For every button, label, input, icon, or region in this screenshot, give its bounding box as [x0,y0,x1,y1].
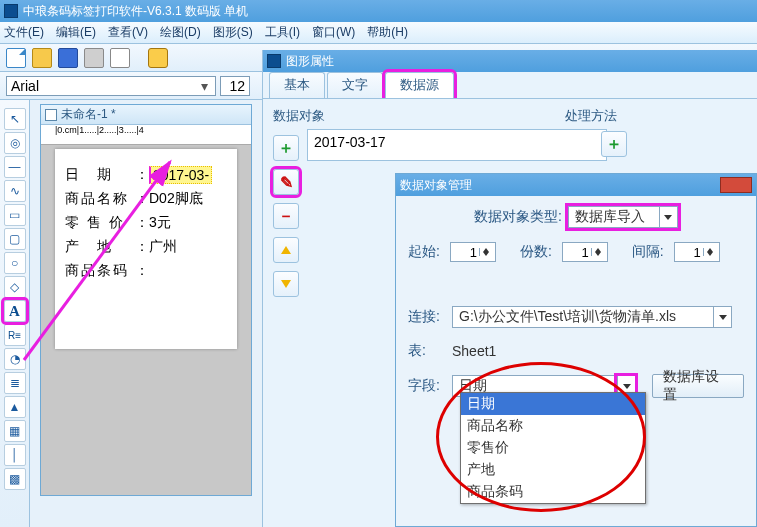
new-file-icon[interactable] [6,48,26,68]
app-icon [4,4,18,18]
add-data-object-button[interactable]: ＋ [273,135,299,161]
field-barcode-label: 商品条码 [65,262,135,280]
type-value: 数据库导入 [569,208,659,226]
app-titlebar: 中琅条码标签打印软件-V6.3.1 数码版 单机 [0,0,757,22]
data-object-item[interactable]: 2017-03-17 [314,134,386,150]
menu-tool[interactable]: 工具(I) [265,24,300,41]
chevron-down-icon: ▾ [197,77,211,95]
document-title: 未命名-1 * [61,106,116,123]
start-spinner[interactable] [450,242,496,262]
remove-data-object-button[interactable]: － [273,203,299,229]
connection-combo[interactable]: G:\办公文件\Test\培训\货物清单.xls [452,306,732,328]
text-tool-icon[interactable]: A [4,300,26,322]
app-title: 中琅条码标签打印软件-V6.3.1 数码版 单机 [23,3,248,20]
menubar: 文件(E) 编辑(E) 查看(V) 绘图(D) 图形(S) 工具(I) 窗口(W… [0,22,757,44]
menu-window[interactable]: 窗口(W) [312,24,355,41]
data-object-list[interactable]: 2017-03-17 [307,129,607,161]
data-object-dialog: 数据对象管理 数据对象类型: 数据库导入 起始: 份数: 间隔: 连接: G:\… [395,173,757,527]
gap-label: 间隔: [632,243,664,261]
menu-draw[interactable]: 绘图(D) [160,24,201,41]
field-option[interactable]: 零售价 [461,437,645,459]
spin-down-icon[interactable] [704,252,717,256]
vline-tool-icon[interactable]: │ [4,444,26,466]
db-settings-button[interactable]: 数据库设置 [652,374,744,398]
start-label: 起始: [408,243,440,261]
field-option[interactable]: 产地 [461,459,645,481]
field-date-value[interactable]: 2017-03- [149,166,212,184]
spin-down-icon[interactable] [480,252,493,256]
graph-properties-tabs: 基本 文字 数据源 [263,72,757,98]
field-label: 字段: [408,377,446,395]
clock-tool-icon[interactable]: ◔ [4,348,26,370]
graph-properties-title: 图形属性 [286,53,334,70]
spin-down-icon[interactable] [592,252,605,256]
pointer-tool-icon[interactable]: ↖ [4,108,26,130]
field-name-label: 商品名称 [65,190,135,208]
tab-datasource[interactable]: 数据源 [385,72,454,98]
save-icon[interactable] [58,48,78,68]
edit-data-object-button[interactable]: ✎ [273,169,299,195]
line-tool-icon[interactable]: — [4,156,26,178]
document-icon [45,109,57,121]
field-price-label: 零 售 价 [65,214,135,232]
field-origin-value: 广州 [149,238,177,256]
grid-tool-icon[interactable]: ▦ [4,420,26,442]
start-input[interactable] [451,244,479,261]
type-label: 数据对象类型: [474,208,562,226]
font-family-value: Arial [11,78,39,94]
graph-properties-titlebar[interactable]: 图形属性 [263,50,757,72]
menu-file[interactable]: 文件(E) [4,24,44,41]
process-method-buttons: ＋ [601,107,627,157]
type-combo[interactable]: 数据库导入 [568,206,678,228]
tab-text[interactable]: 文字 [327,72,383,98]
close-icon[interactable] [720,177,752,193]
label-canvas[interactable]: 日 期：2017-03- 商品名称：D02脚底 零 售 价：3元 产 地：广州 … [55,149,237,349]
menu-edit[interactable]: 编辑(E) [56,24,96,41]
field-option[interactable]: 日期 [461,393,645,415]
menu-graph[interactable]: 图形(S) [213,24,253,41]
round-rect-tool-icon[interactable]: ▢ [4,228,26,250]
richtext-tool-icon[interactable]: R≡ [4,324,26,346]
circle-tool-icon[interactable]: ○ [4,252,26,274]
menu-help[interactable]: 帮助(H) [367,24,408,41]
database-icon[interactable] [148,48,168,68]
tab-basic[interactable]: 基本 [269,72,325,98]
polygon-tool-icon[interactable]: ◇ [4,276,26,298]
gap-spinner[interactable] [674,242,720,262]
move-down-button[interactable] [273,271,299,297]
menu-view[interactable]: 查看(V) [108,24,148,41]
document-window: 未命名-1 * |0.cm|1.....|2.....|3.....|4 日 期… [40,104,252,496]
copies-input[interactable] [563,244,591,261]
move-up-button[interactable] [273,237,299,263]
open-file-icon[interactable] [32,48,52,68]
field-option[interactable]: 商品名称 [461,415,645,437]
field-date-label: 日 期 [65,166,135,184]
field-price-value: 3元 [149,214,171,232]
copies-spinner[interactable] [562,242,608,262]
dialog-titlebar[interactable]: 数据对象管理 [396,174,756,196]
gap-input[interactable] [675,244,703,261]
conn-label: 连接: [408,308,446,326]
barcode-tool-icon[interactable]: ≣ [4,372,26,394]
chevron-down-icon[interactable] [713,307,731,327]
font-family-combo[interactable]: Arial ▾ [6,76,216,96]
chevron-down-icon[interactable] [659,207,677,227]
panel-icon [267,54,281,68]
ellipse-target-icon[interactable]: ◎ [4,132,26,154]
alert-tool-icon[interactable]: ▲ [4,396,26,418]
document-titlebar[interactable]: 未命名-1 * [41,105,251,125]
field-option[interactable]: 商品条码 [461,481,645,503]
print-icon[interactable] [84,48,104,68]
rect-tool-icon[interactable]: ▭ [4,204,26,226]
sheet-label: 表: [408,342,446,360]
add-process-button[interactable]: ＋ [601,131,627,157]
field-dropdown-list[interactable]: 日期 商品名称 零售价 产地 商品条码 [460,392,646,504]
data-object-buttons: ＋ ✎ － [273,135,299,297]
curve-tool-icon[interactable]: ∿ [4,180,26,202]
data-object-label: 数据对象 [273,107,325,125]
dialog-title: 数据对象管理 [400,177,472,194]
font-size-combo[interactable]: 12 [220,76,250,96]
print-preview-icon[interactable] [110,48,130,68]
tool-palette: ↖ ◎ — ∿ ▭ ▢ ○ ◇ A R≡ ◔ ≣ ▲ ▦ │ ▩ [0,100,30,527]
image-tool-icon[interactable]: ▩ [4,468,26,490]
